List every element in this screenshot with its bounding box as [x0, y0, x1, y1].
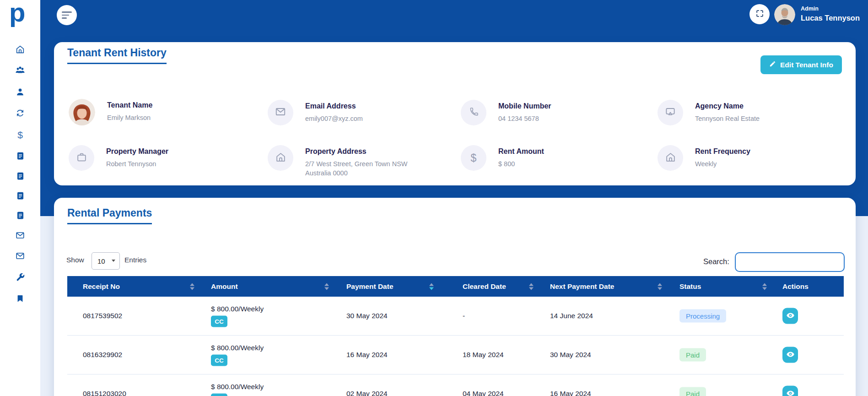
edit-tenant-info-button[interactable]: Edit Tenant Info	[760, 55, 842, 74]
users-icon	[15, 65, 26, 77]
sort-icon[interactable]	[529, 283, 534, 290]
info-rent-frequency: Rent Frequency Weekly	[658, 145, 750, 171]
info-agency: Agency Name Tennyson Real Estate	[658, 100, 760, 125]
sidebar-item-ledger-3[interactable]	[0, 190, 40, 203]
sidebar-item-mail-1[interactable]	[0, 229, 40, 243]
entries-label: Entries	[124, 256, 146, 264]
search-input[interactable]	[735, 252, 845, 272]
sidebar-item-tenants[interactable]	[0, 64, 40, 78]
receipt-no: 0816329902	[83, 351, 122, 359]
app-logo[interactable]: p	[9, 0, 25, 28]
view-receipt-button[interactable]	[782, 347, 798, 363]
page-title: Tenant Rent History	[67, 47, 167, 64]
admin-name-label: Lucas Tennyson	[801, 14, 860, 22]
hamburger-icon	[62, 11, 72, 13]
sidebar-item-profile[interactable]	[0, 86, 40, 100]
payment-method-badge: CC	[211, 316, 227, 327]
amount-cell: $ 800.00/Weekly CC	[211, 383, 264, 396]
payment-date: 16 May 2024	[346, 351, 388, 359]
column-header-cleared-date[interactable]: Cleared Date	[463, 282, 506, 291]
status-badge: Paid	[679, 387, 706, 396]
payment-date: 02 May 2024	[346, 390, 388, 396]
info-value: $ 800	[498, 159, 544, 168]
table-row: 0817539502 $ 800.00/Weekly CC 30 May 202…	[67, 297, 844, 336]
info-label: Property Manager	[106, 147, 168, 156]
home-icon	[275, 152, 286, 165]
sort-icon[interactable]	[762, 283, 767, 290]
view-receipt-button[interactable]	[782, 308, 798, 324]
admin-avatar[interactable]	[774, 4, 795, 25]
fullscreen-button[interactable]	[749, 4, 770, 24]
phone-icon	[468, 106, 479, 119]
rental-payments-card: Rental Payments Show 10 Entries Search: …	[54, 198, 856, 396]
wrench-icon	[16, 272, 25, 284]
home-icon	[665, 152, 676, 165]
ledger-icon	[16, 191, 25, 202]
next-payment-date: 16 May 2024	[550, 390, 591, 396]
status-badge: Processing	[679, 309, 726, 323]
menu-toggle-button[interactable]	[57, 5, 77, 25]
pencil-icon	[769, 60, 776, 69]
column-header-status[interactable]: Status	[679, 282, 701, 291]
sidebar-item-bookmark[interactable]	[0, 293, 40, 306]
view-receipt-button[interactable]	[782, 386, 798, 396]
sort-icon[interactable]	[324, 283, 329, 290]
cleared-date: -	[463, 312, 465, 320]
column-header-receipt-no[interactable]: Receipt No	[83, 282, 120, 291]
sidebar-item-ledger-1[interactable]	[0, 150, 40, 163]
sidebar-item-ledger-4[interactable]	[0, 209, 40, 223]
receipt-no: 0817539502	[83, 312, 122, 320]
eye-icon	[786, 311, 795, 321]
sort-icon-active[interactable]	[429, 283, 434, 290]
sidebar-item-tools[interactable]	[0, 271, 40, 285]
screen-icon	[664, 106, 676, 119]
sync-icon	[15, 108, 25, 120]
column-header-payment-date[interactable]: Payment Date	[346, 282, 394, 291]
sort-icon[interactable]	[658, 283, 662, 290]
sidebar-item-sync[interactable]	[0, 107, 40, 121]
column-header-amount[interactable]: Amount	[211, 282, 238, 291]
admin-role-label: Admin	[801, 5, 819, 12]
sidebar-item-home[interactable]	[0, 43, 40, 57]
info-label: Agency Name	[695, 102, 760, 110]
fullscreen-icon	[755, 9, 764, 20]
mail-icon	[15, 251, 25, 263]
info-label: Email Address	[305, 102, 363, 110]
eye-icon	[786, 389, 795, 396]
cleared-date: 18 May 2024	[463, 351, 504, 359]
info-value: emily007@xyz.com	[305, 114, 363, 123]
sidebar-item-payments[interactable]: $	[0, 128, 40, 142]
info-tenant-name: Tenant Name Emily Markson	[69, 99, 152, 125]
info-label: Property Address	[305, 147, 408, 156]
info-value: 04 1234 5678	[498, 114, 551, 123]
page-size-select-wrap: 10	[92, 252, 120, 270]
amount-cell: $ 800.00/Weekly CC	[211, 305, 264, 327]
info-value: Weekly	[695, 159, 750, 168]
cleared-date: 04 May 2024	[463, 390, 504, 396]
tenant-photo	[69, 99, 95, 125]
table-row: 0816329902 $ 800.00/Weekly CC 16 May 202…	[67, 336, 844, 374]
page-size-select[interactable]: 10	[92, 252, 120, 270]
info-value: Emily Markson	[107, 113, 152, 122]
sort-icon[interactable]	[190, 283, 194, 290]
home-icon	[15, 44, 25, 56]
info-label: Rent Frequency	[695, 147, 750, 156]
info-value: Robert Tennyson	[106, 159, 168, 168]
next-payment-date: 14 June 2024	[550, 312, 593, 320]
envelope-icon	[275, 106, 286, 119]
info-value: Tennyson Real Estate	[695, 114, 760, 123]
column-header-actions: Actions	[782, 282, 809, 291]
sidebar-item-ledger-2[interactable]	[0, 170, 40, 184]
sidebar-item-mail-2[interactable]	[0, 250, 40, 264]
status-badge: Paid	[679, 348, 706, 362]
info-label: Mobile Number	[498, 102, 551, 110]
mail-icon	[15, 230, 25, 242]
eye-icon	[786, 350, 795, 360]
ledger-icon	[16, 211, 25, 222]
payment-date: 30 May 2024	[346, 312, 388, 320]
payments-table: Receipt No Amount Payment Date Cleared D…	[67, 276, 844, 396]
tenant-info-card: Tenant Rent History Edit Tenant Info Ten…	[54, 42, 856, 185]
section-title: Rental Payments	[67, 207, 152, 224]
briefcase-icon	[76, 152, 87, 165]
column-header-next-payment-date[interactable]: Next Payment Date	[550, 282, 614, 291]
